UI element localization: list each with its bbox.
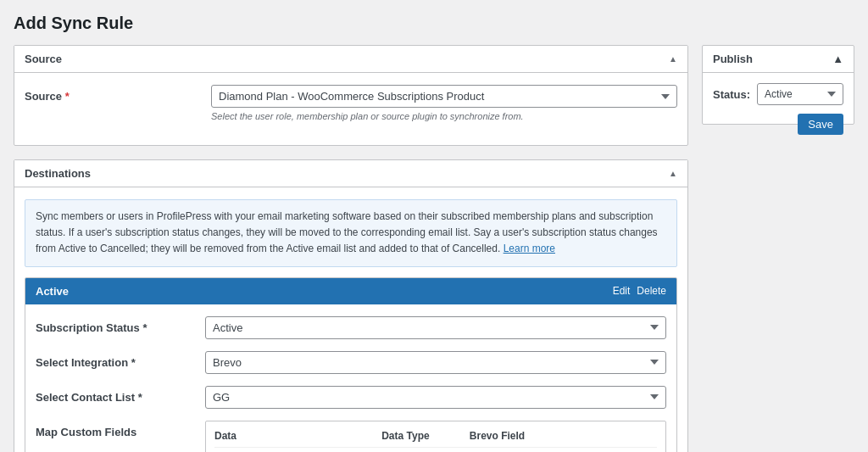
source-form-row: Source * Diamond Plan - WooCommerce Subs… (25, 85, 677, 121)
destination-header-actions: Edit Delete (613, 285, 666, 297)
publish-header: Publish ▲ (703, 46, 854, 73)
publish-chevron-icon: ▲ (832, 53, 843, 65)
destination-block-header: Active Edit Delete (25, 278, 676, 304)
source-card: Source ▲ Source * Diamond Plan - WooComm… (14, 45, 688, 146)
select-contact-list-control: GG (205, 386, 666, 409)
destination-edit-link[interactable]: Edit (613, 285, 631, 297)
subscription-status-select[interactable]: Active Cancelled Expired Pending (205, 316, 666, 339)
source-card-title: Source (25, 53, 62, 65)
map-custom-fields-row: Map Custom Fields Data Data Type Brevo F… (36, 421, 666, 452)
subscription-required: * (142, 321, 147, 334)
integration-required: * (131, 356, 136, 369)
publish-body: Status: Active Inactive Save (703, 73, 854, 124)
learn-more-link[interactable]: Learn more (504, 243, 555, 254)
subscription-status-row: Subscription Status * Active Cancelled E… (36, 316, 666, 339)
col-header-type: Data Type (381, 430, 461, 442)
destinations-chevron-icon: ▲ (669, 169, 677, 178)
info-box: Sync members or users in ProfilePress wi… (25, 199, 677, 267)
subscription-status-label: Subscription Status * (36, 316, 205, 334)
publish-card: Publish ▲ Status: Active Inactive Save (702, 45, 854, 125)
select-contact-list-row: Select Contact List * GG (36, 386, 666, 409)
select-contact-list-select[interactable]: GG (205, 386, 666, 409)
publish-status-row: Status: Active Inactive (713, 83, 843, 105)
map-custom-fields-control: Data Data Type Brevo Field (205, 421, 666, 452)
contact-list-required: * (138, 391, 142, 404)
source-chevron-icon: ▲ (669, 54, 677, 64)
select-integration-control: Brevo Mailchimp ActiveCampaign (205, 351, 666, 374)
select-integration-label: Select Integration * (36, 351, 205, 369)
publish-status-label: Status: (713, 88, 750, 101)
publish-title: Publish (713, 53, 753, 65)
source-hint: Select the user role, membership plan or… (211, 111, 677, 121)
col-header-action (637, 430, 657, 442)
select-integration-row: Select Integration * Brevo Mailchimp Act… (36, 351, 666, 374)
source-card-header: Source ▲ (14, 46, 687, 73)
map-fields-table: Data Data Type Brevo Field (205, 421, 666, 452)
destinations-card: Destinations ▲ Sync members or users in … (14, 159, 688, 452)
subscription-status-control: Active Cancelled Expired Pending (205, 316, 666, 339)
col-header-field: Brevo Field (470, 430, 628, 442)
source-label: Source * (25, 85, 211, 103)
destinations-card-title: Destinations (25, 167, 91, 180)
col-header-data: Data (214, 430, 373, 442)
source-control-wrap: Diamond Plan - WooCommerce Subscriptions… (211, 85, 677, 121)
destinations-card-header: Destinations ▲ (14, 160, 687, 187)
source-card-body: Source * Diamond Plan - WooCommerce Subs… (14, 73, 687, 145)
destination-block: Active Edit Delete Subscription Status * (25, 277, 677, 452)
select-contact-list-label: Select Contact List * (36, 386, 205, 404)
source-select[interactable]: Diamond Plan - WooCommerce Subscriptions… (211, 85, 677, 108)
destination-block-title: Active (36, 285, 69, 298)
save-button[interactable]: Save (798, 114, 843, 135)
destination-body: Subscription Status * Active Cancelled E… (25, 304, 676, 452)
select-integration-select[interactable]: Brevo Mailchimp ActiveCampaign (205, 351, 666, 374)
destination-delete-link[interactable]: Delete (637, 285, 666, 297)
publish-sidebar: Publish ▲ Status: Active Inactive Save (702, 45, 854, 135)
destinations-card-body: Sync members or users in ProfilePress wi… (14, 187, 687, 452)
publish-status-select[interactable]: Active Inactive (757, 83, 843, 105)
source-required-marker: * (65, 90, 70, 103)
page-title: Add Sync Rule (14, 14, 854, 33)
map-fields-header: Data Data Type Brevo Field (214, 430, 657, 448)
map-custom-fields-label: Map Custom Fields (36, 421, 205, 438)
